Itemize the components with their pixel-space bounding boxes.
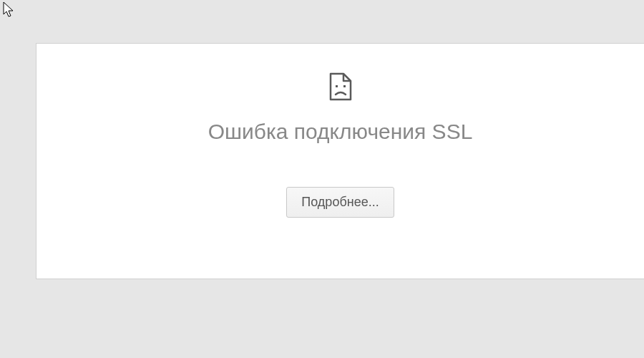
svg-rect-0 (336, 85, 338, 87)
sad-page-icon (328, 72, 353, 104)
error-panel: Ошибка подключения SSL Подробнее... (36, 43, 644, 279)
details-button[interactable]: Подробнее... (286, 187, 394, 218)
svg-rect-1 (343, 85, 346, 87)
error-title: Ошибка подключения SSL (36, 120, 644, 144)
cursor-pointer (3, 1, 17, 23)
